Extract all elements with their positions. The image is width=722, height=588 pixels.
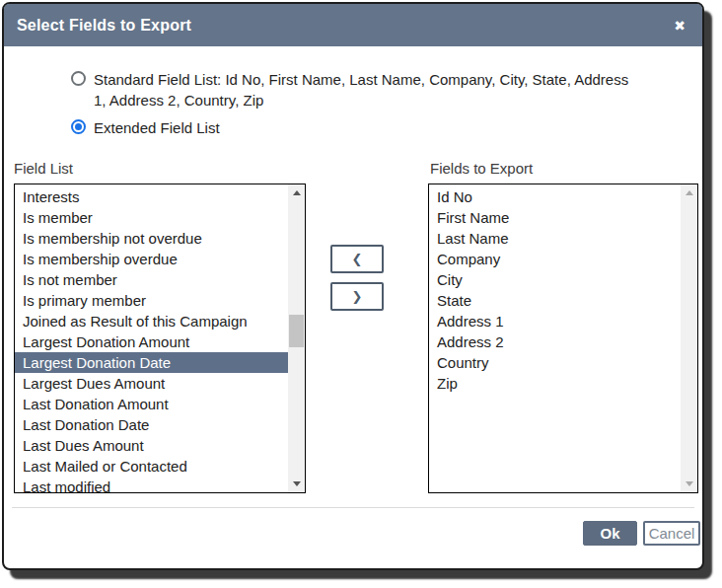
fields-to-export-box[interactable]: Id NoFirst NameLast NameCompanyCityState… [428, 184, 698, 493]
move-right-button[interactable]: ❯ [330, 282, 384, 311]
list-item[interactable]: Last Donation Amount [15, 394, 288, 414]
list-item[interactable]: Last modified [15, 477, 288, 492]
radio-standard-label: Standard Field List: Id No, First Name, … [94, 69, 643, 110]
list-item[interactable]: Address 2 [429, 331, 681, 352]
list-item[interactable]: Joined as Result of this Campaign [15, 311, 288, 331]
list-item[interactable]: Company [429, 249, 681, 269]
radio-unselected-icon[interactable] [71, 71, 86, 86]
field-list-items: InterestsIs memberIs membership not over… [15, 186, 288, 492]
list-item[interactable]: Is not member [15, 269, 288, 290]
list-item[interactable]: Is membership not overdue [15, 228, 288, 249]
radio-standard-field-list[interactable]: Standard Field List: Id No, First Name, … [71, 69, 643, 110]
list-item[interactable]: Largest Donation Date [15, 352, 288, 373]
dialog-header: Select Fields to Export ✖ [4, 4, 702, 46]
list-item[interactable]: Largest Dues Amount [15, 373, 288, 394]
radio-extended-field-list[interactable]: Extended Field List [71, 117, 220, 138]
list-item[interactable]: Largest Donation Amount [15, 331, 288, 352]
fields-to-export-scrollbar[interactable] [681, 184, 697, 492]
list-item[interactable]: Last Dues Amount [15, 435, 288, 456]
field-list-box[interactable]: InterestsIs memberIs membership not over… [14, 184, 306, 493]
scrollbar-thumb[interactable] [289, 315, 304, 347]
scroll-up-icon[interactable] [288, 184, 305, 201]
list-item[interactable]: Last Donation Date [15, 414, 288, 435]
select-fields-dialog: Select Fields to Export ✖ Standard Field… [2, 2, 704, 570]
dialog-title: Select Fields to Export [17, 4, 191, 46]
screen-background: Select Fields to Export ✖ Standard Field… [0, 0, 722, 588]
footer-divider [12, 507, 694, 508]
list-item[interactable]: Is membership overdue [15, 249, 288, 269]
fields-to-export-items: Id NoFirst NameLast NameCompanyCityState… [429, 186, 681, 492]
field-list-scrollbar[interactable] [288, 184, 305, 492]
radio-extended-label: Extended Field List [94, 117, 220, 138]
fields-to-export-label: Fields to Export [430, 160, 533, 177]
radio-selected-icon[interactable] [71, 119, 86, 134]
move-left-button[interactable]: ❮ [330, 245, 384, 273]
cancel-button[interactable]: Cancel [643, 521, 700, 546]
list-item[interactable]: Zip [429, 373, 681, 394]
list-item[interactable]: Last Name [429, 228, 681, 249]
scroll-up-icon[interactable] [681, 184, 697, 201]
list-item[interactable]: Id No [429, 186, 681, 207]
ok-button[interactable]: Ok [583, 521, 637, 546]
list-item[interactable]: State [429, 290, 681, 311]
list-item[interactable]: Last Mailed or Contacted [15, 456, 288, 477]
list-item[interactable]: Interests [15, 186, 288, 207]
list-item[interactable]: City [429, 269, 681, 290]
list-item[interactable]: Is member [15, 207, 288, 228]
close-icon[interactable]: ✖ [669, 15, 690, 37]
chevron-left-icon: ❮ [352, 252, 363, 266]
list-item[interactable]: First Name [429, 207, 681, 228]
field-list-label: Field List [14, 160, 73, 177]
list-item[interactable]: Country [429, 352, 681, 373]
list-item[interactable]: Is primary member [15, 290, 288, 311]
scroll-down-icon[interactable] [681, 476, 697, 492]
chevron-right-icon: ❯ [352, 289, 363, 304]
scroll-down-icon[interactable] [288, 476, 305, 492]
list-item[interactable]: Address 1 [429, 311, 681, 331]
